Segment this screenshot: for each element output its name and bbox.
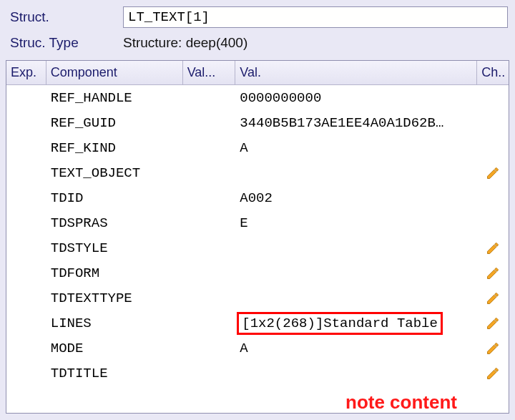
table-row[interactable]: MODEA: [6, 336, 509, 361]
cell-change[interactable]: [477, 266, 509, 280]
cell-component: REF_KIND: [46, 140, 183, 156]
struct-input[interactable]: [123, 6, 508, 28]
table-row[interactable]: TDFORM: [6, 260, 509, 285]
cell-component: TDFORM: [46, 265, 183, 281]
table-row[interactable]: REF_HANDLE0000000000: [6, 85, 509, 110]
pencil-icon[interactable]: [486, 316, 500, 331]
cell-component: TDID: [46, 190, 183, 206]
cell-component: TDSTYLE: [46, 240, 183, 256]
table-row[interactable]: LINES[1x2(268)]Standard Table: [6, 311, 509, 336]
cell-component: TDTEXTTYPE: [46, 290, 183, 306]
table-row[interactable]: REF_KINDA: [6, 135, 509, 160]
struct-label: Struct.: [10, 9, 123, 25]
cell-val2: [1x2(268)]Standard Table: [235, 312, 477, 335]
table-row[interactable]: TDIDA002: [6, 185, 509, 210]
cell-component: TEXT_OBJECT: [46, 165, 183, 181]
cell-val2: A002: [235, 190, 477, 206]
cell-change[interactable]: [477, 366, 509, 381]
pencil-icon[interactable]: [486, 241, 500, 255]
structure-table: Exp. Component Val... Val. Ch.. REF_HAND…: [6, 60, 509, 414]
cell-val2: A: [235, 140, 477, 156]
cell-change[interactable]: [477, 241, 509, 255]
cell-component: TDTITLE: [46, 366, 183, 381]
table-row[interactable]: TDTITLE: [6, 361, 509, 386]
annotation-note-content: note content: [345, 391, 457, 414]
cell-change[interactable]: [477, 341, 509, 356]
lines-highlight-box: [1x2(268)]Standard Table: [237, 312, 443, 335]
cell-val2: A: [235, 341, 477, 356]
cell-change[interactable]: [477, 316, 509, 331]
struc-type-value: Structure: deep(400): [123, 35, 247, 51]
cell-component: REF_HANDLE: [46, 90, 183, 106]
col-header-component[interactable]: Component: [46, 61, 183, 84]
cell-change[interactable]: [477, 291, 509, 306]
cell-component: TDSPRAS: [46, 215, 183, 231]
cell-change[interactable]: [477, 166, 509, 180]
cell-val2: 3440B5B173AE1EE4A0A1D62B…: [235, 115, 477, 131]
cell-val2: 0000000000: [235, 90, 477, 106]
pencil-icon[interactable]: [486, 366, 500, 381]
col-header-val1[interactable]: Val...: [183, 61, 236, 84]
col-header-exp[interactable]: Exp.: [6, 61, 46, 84]
col-header-val2[interactable]: Val.: [235, 61, 477, 84]
pencil-icon[interactable]: [486, 266, 500, 280]
table-row[interactable]: TDTEXTTYPE: [6, 285, 509, 311]
table-row[interactable]: TDSTYLE: [6, 235, 509, 260]
col-header-ch[interactable]: Ch..: [477, 61, 509, 84]
cell-val2: E: [235, 215, 477, 231]
pencil-icon[interactable]: [486, 341, 500, 356]
cell-component: MODE: [46, 341, 183, 356]
cell-component: LINES: [46, 316, 183, 331]
table-row[interactable]: TEXT_OBJECT: [6, 160, 509, 185]
struc-type-label: Struc. Type: [10, 35, 123, 51]
table-header: Exp. Component Val... Val. Ch..: [6, 61, 509, 85]
pencil-icon[interactable]: [486, 291, 500, 306]
table-row[interactable]: REF_GUID3440B5B173AE1EE4A0A1D62B…: [6, 110, 509, 135]
pencil-icon[interactable]: [486, 166, 500, 180]
cell-component: REF_GUID: [46, 115, 183, 131]
table-row[interactable]: TDSPRASE: [6, 210, 509, 235]
